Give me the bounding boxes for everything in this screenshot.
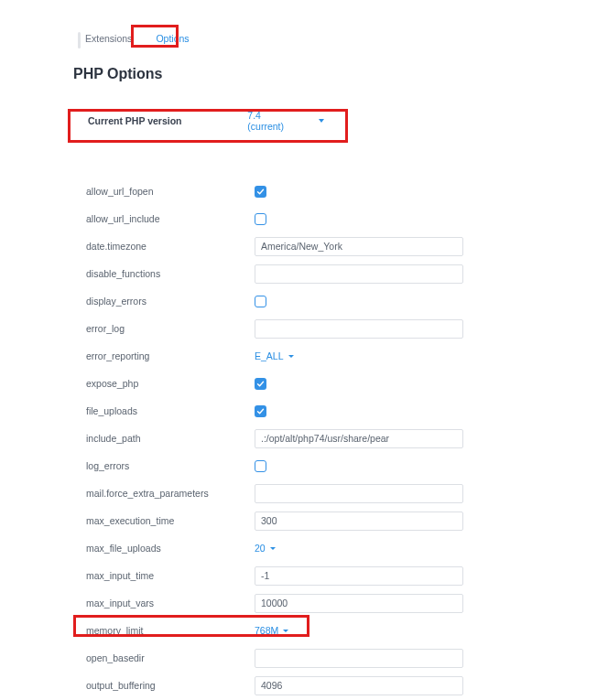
chevron-down-icon [288,355,294,358]
row-max-exec: max_execution_time [73,507,588,534]
setting-label: max_input_time [73,570,255,581]
checkbox-file-uploads[interactable] [255,405,266,417]
select-value: E_ALL [255,350,284,361]
input-disable-functions[interactable] [255,264,463,284]
row-allow-url-include: allow_url_include [73,205,588,232]
row-max-input-time: max_input_time [73,562,588,589]
input-include-path[interactable] [255,429,463,448]
check-icon [256,407,265,415]
tab-options[interactable]: Options [144,27,201,49]
row-mail-force: mail.force_extra_parameters [73,479,588,507]
chevron-down-icon [270,547,276,550]
setting-label: log_errors [73,460,255,471]
setting-label: expose_php [73,378,255,389]
row-file-uploads: file_uploads [73,397,588,425]
row-error-log: error_log [73,315,588,342]
input-max-input-vars[interactable] [255,594,463,613]
checkbox-log-errors[interactable] [255,460,266,472]
select-value: 20 [255,543,266,554]
row-date-timezone: date.timezone [73,232,588,260]
checkbox-allow-url-fopen[interactable] [255,186,266,198]
row-memory-limit: memory_limit 768M [73,617,588,644]
input-output-buffering[interactable] [255,676,463,695]
row-expose-php: expose_php [73,370,588,397]
setting-label: max_execution_time [73,515,255,526]
checkbox-allow-url-include[interactable] [255,213,266,225]
row-log-errors: log_errors [73,452,588,479]
tab-extensions[interactable]: Extensions [73,27,144,49]
row-allow-url-fopen: allow_url_fopen [73,178,588,205]
setting-label: output_buffering [73,680,255,691]
setting-label: include_path [73,433,255,444]
checkbox-display-errors[interactable] [255,296,266,307]
setting-label: error_reporting [73,350,255,361]
setting-label: open_basedir [73,652,255,663]
setting-label: max_input_vars [73,598,255,608]
row-open-basedir: open_basedir [73,644,588,672]
setting-label: allow_url_fopen [73,186,255,197]
setting-label: memory_limit [73,625,255,636]
setting-label: display_errors [73,296,255,307]
chevron-down-icon [319,119,324,123]
chevron-down-icon [283,630,288,632]
input-max-exec[interactable] [255,512,463,531]
select-memory-limit[interactable]: 768M [255,625,288,636]
select-value: 768M [255,625,278,636]
setting-label: error_log [73,323,255,334]
php-version-row: Current PHP version 7.4 (current) [73,102,339,139]
php-version-select[interactable]: 7.4 (current) [247,110,324,132]
row-max-input-vars: max_input_vars [73,589,588,617]
check-icon [256,188,265,196]
row-error-reporting: error_reporting E_ALL [73,342,588,370]
row-include-path: include_path [73,425,588,452]
select-max-file-uploads[interactable]: 20 [255,543,276,554]
setting-label: mail.force_extra_parameters [73,488,255,499]
input-date-timezone[interactable] [255,237,463,256]
checkbox-expose-php[interactable] [255,378,266,390]
row-output-buffering: output_buffering [73,672,588,699]
input-open-basedir[interactable] [255,649,463,668]
select-error-reporting[interactable]: E_ALL [255,350,294,361]
settings-list: allow_url_fopen allow_url_include date.t… [73,178,588,699]
setting-label: file_uploads [73,405,255,416]
setting-label: allow_url_include [73,213,255,224]
setting-label: max_file_uploads [73,543,255,554]
input-mail-force[interactable] [255,484,463,503]
row-max-file-uploads: max_file_uploads 20 [73,534,588,562]
php-version-value: 7.4 (current) [247,110,293,132]
setting-label: date.timezone [73,241,255,252]
page-title: PHP Options [73,66,588,82]
php-version-label: Current PHP version [88,115,247,126]
input-error-log[interactable] [255,319,463,339]
row-disable-functions: disable_functions [73,260,588,287]
setting-label: disable_functions [73,268,255,279]
check-icon [256,380,265,388]
tabs: Extensions Options [73,27,588,49]
row-display-errors: display_errors [73,287,588,315]
input-max-input-time[interactable] [255,566,463,586]
